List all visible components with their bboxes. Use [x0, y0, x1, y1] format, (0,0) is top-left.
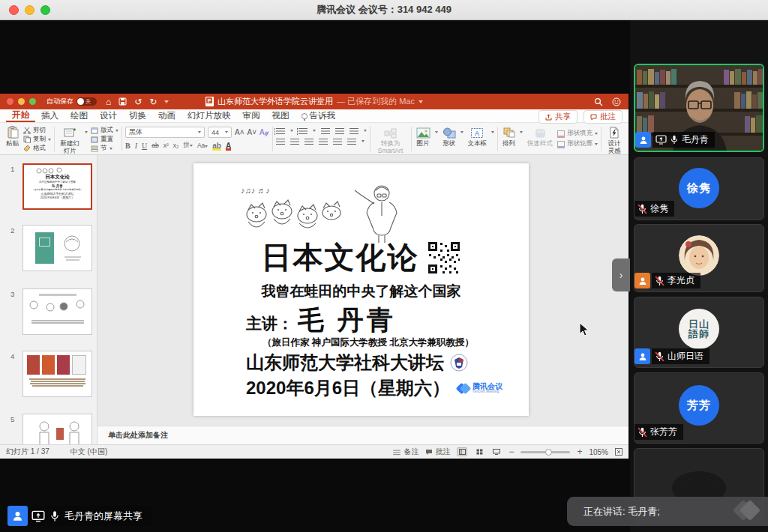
textbox-button[interactable]: A 文本框: [466, 125, 489, 148]
tab-animations[interactable]: 动画: [152, 109, 182, 122]
notes-pane[interactable]: 单击此处添加备注: [98, 426, 628, 444]
increase-font-button[interactable]: A˄: [235, 128, 244, 136]
font-size-select[interactable]: 44: [208, 127, 232, 138]
zoom-out-button[interactable]: −: [508, 447, 514, 457]
paste-button[interactable]: 粘贴: [4, 125, 20, 148]
fit-to-window-icon[interactable]: [615, 448, 622, 456]
participant-tile-zhangfangfang[interactable]: 芳芳 张芳芳: [634, 372, 764, 444]
text-direction-button[interactable]: [347, 138, 356, 145]
font-color-button[interactable]: A: [226, 142, 231, 150]
undo-icon[interactable]: ↺: [134, 97, 142, 106]
section-button[interactable]: 节: [91, 144, 118, 153]
tab-draw[interactable]: 绘图: [64, 109, 94, 122]
minimize-button[interactable]: [25, 5, 34, 15]
strikethrough-button[interactable]: ab: [152, 142, 158, 149]
feedback-smiley-icon[interactable]: [612, 97, 621, 106]
comments-toggle-button[interactable]: 批注: [425, 447, 450, 457]
slideshow-view-button[interactable]: [491, 447, 502, 456]
mic-on-icon: [670, 135, 679, 145]
ppt-minimize-button[interactable]: [18, 98, 25, 105]
columns-button[interactable]: [333, 138, 342, 145]
tab-transitions[interactable]: 切换: [123, 109, 152, 122]
thumbnail-5-preview[interactable]: [22, 414, 92, 444]
document-save-status[interactable]: — 已保存到我的 Mac: [337, 96, 415, 107]
quick-access-caret-icon[interactable]: [164, 100, 169, 103]
tab-insert[interactable]: 插入: [35, 109, 64, 122]
home-icon[interactable]: ⌂: [106, 97, 111, 106]
fullscreen-button[interactable]: [40, 5, 50, 15]
thumbnail-2-preview[interactable]: [22, 225, 92, 271]
underline-button[interactable]: U: [142, 142, 147, 150]
tab-design[interactable]: 设计: [94, 109, 123, 122]
sidebar-collapse-handle[interactable]: ›: [612, 259, 630, 291]
tab-tell-me[interactable]: 告诉我: [296, 109, 342, 122]
bullets-button[interactable]: [276, 127, 285, 134]
decrease-font-button[interactable]: A˅: [248, 128, 257, 136]
new-slide-button[interactable]: 新建幻灯片: [58, 125, 82, 155]
comments-button[interactable]: 批注: [584, 110, 622, 124]
slide-editor-area[interactable]: ♪♫♪ ♬♪: [98, 155, 628, 444]
shapes-button[interactable]: 形状: [441, 125, 458, 148]
bold-button[interactable]: B: [125, 142, 130, 150]
decrease-indent-button[interactable]: [321, 127, 330, 134]
ppt-zoom-button[interactable]: [29, 98, 36, 105]
subscript-button[interactable]: x₂: [173, 142, 179, 149]
tab-review[interactable]: 审阅: [237, 109, 266, 122]
align-left-button[interactable]: [276, 138, 285, 145]
normal-view-button[interactable]: [457, 447, 467, 456]
new-slide-caret-icon[interactable]: [85, 131, 88, 133]
zoom-in-button[interactable]: +: [577, 447, 582, 457]
align-center-button[interactable]: [290, 138, 299, 145]
copy-button[interactable]: 复制: [23, 135, 51, 144]
ppt-close-button[interactable]: [7, 98, 14, 105]
autosave-label: 自动保存: [46, 97, 74, 106]
share-button[interactable]: 共享: [538, 110, 578, 124]
clear-formatting-button[interactable]: A𝓎: [260, 128, 268, 137]
participant-tile-liguangzhen[interactable]: 李光贞: [634, 224, 764, 292]
autosave-toggle[interactable]: 关: [76, 97, 97, 106]
participant-tile-xujun[interactable]: 徐隽 徐隽: [634, 157, 764, 220]
participant-tile-maodanqing[interactable]: 毛丹青: [634, 64, 764, 152]
shape-outline-button[interactable]: 形状轮廓: [557, 139, 598, 149]
current-slide[interactable]: ♪♫♪ ♬♪: [194, 163, 529, 416]
superscript-button[interactable]: x²: [164, 142, 169, 149]
layout-button[interactable]: 版式: [91, 126, 118, 135]
format-painter-button[interactable]: 格式: [23, 144, 51, 153]
tab-slideshow[interactable]: 幻灯片放映: [182, 109, 237, 122]
thumbnail-4-preview[interactable]: [22, 351, 92, 397]
thumbnail-1-preview[interactable]: 日本文化论 我曾在蛙田的中央了解这个国家 毛 丹青 （旅日作家 神户国际大学教授…: [22, 163, 92, 210]
numbering-button[interactable]: [298, 127, 308, 134]
participant-tile-shanshiriyu[interactable]: 日 山 語 師 山师日语: [634, 297, 764, 368]
justify-button[interactable]: [319, 138, 328, 145]
zoom-level[interactable]: 105%: [589, 448, 608, 456]
autosave-control[interactable]: 自动保存 关: [46, 97, 97, 106]
thumbnail-3-preview[interactable]: [22, 288, 92, 335]
picture-button[interactable]: 图片: [415, 125, 432, 148]
arrange-button[interactable]: 排列: [501, 125, 517, 148]
phonetic-guide-button[interactable]: 拼: [183, 141, 193, 150]
zoom-slider-thumb[interactable]: [545, 449, 552, 456]
zoom-slider[interactable]: [520, 451, 570, 453]
notes-toggle-button[interactable]: 备注: [392, 447, 418, 457]
convert-to-smartart-button[interactable]: 转换为SmartArt: [374, 125, 408, 155]
search-icon[interactable]: [594, 97, 603, 106]
redo-icon[interactable]: ↻: [149, 97, 157, 106]
cut-button[interactable]: 剪切: [23, 126, 51, 135]
slide-sorter-view-button[interactable]: [474, 447, 484, 456]
font-name-select[interactable]: 黑体: [125, 127, 205, 138]
tab-home[interactable]: 开始: [6, 109, 35, 122]
italic-button[interactable]: I: [135, 142, 137, 150]
save-icon[interactable]: [118, 97, 127, 106]
close-button[interactable]: [9, 5, 19, 15]
shape-fill-button[interactable]: 形状填充: [557, 128, 598, 139]
tab-view[interactable]: 视图: [266, 109, 296, 122]
reset-button[interactable]: 重置: [91, 135, 118, 144]
increase-indent-button[interactable]: [335, 127, 344, 134]
design-ideas-button[interactable]: 设计灵感: [604, 125, 624, 155]
language-indicator[interactable]: 中文 (中国): [70, 447, 107, 457]
change-case-button[interactable]: Aa: [197, 142, 208, 149]
line-spacing-button[interactable]: [350, 127, 358, 134]
highlight-color-button[interactable]: ab: [212, 142, 221, 150]
align-right-button[interactable]: [304, 138, 314, 145]
quick-styles-button[interactable]: 快速样式: [526, 125, 554, 148]
